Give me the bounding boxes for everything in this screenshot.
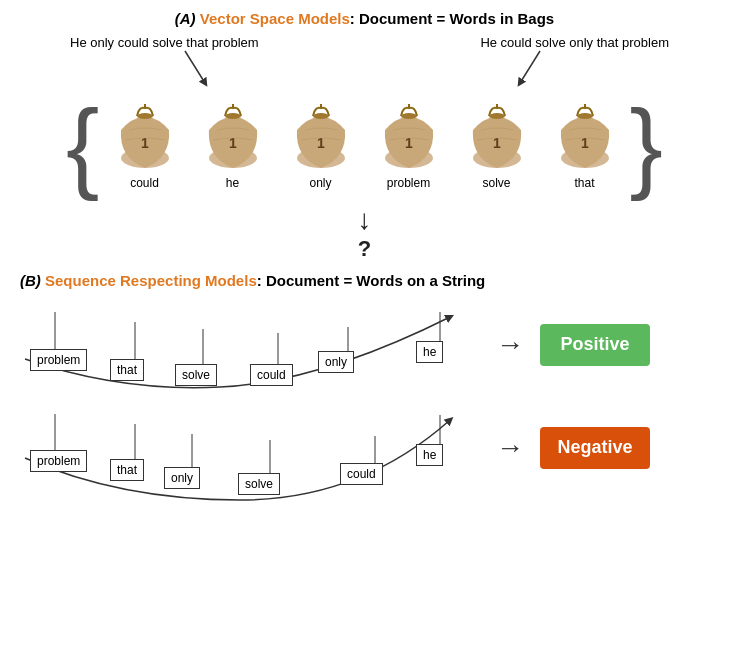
seq1-word-that: that	[110, 359, 144, 381]
section-a-highlight: Vector Space Models	[200, 10, 350, 27]
seq2-result-box: Negative	[540, 427, 650, 469]
section-a-title: (A) Vector Space Models: Document = Word…	[20, 10, 709, 27]
bag-solve: 1 solve	[457, 100, 537, 190]
bag-he: 1 he	[193, 100, 273, 190]
down-arrow-icon: ↓	[20, 204, 709, 236]
question-mark: ?	[358, 236, 371, 261]
svg-point-19	[489, 113, 505, 119]
seq1-result-box: Positive	[540, 324, 650, 366]
seq2-word-he: he	[416, 444, 443, 466]
annotations-area: He only could solve that problem He coul…	[50, 35, 679, 90]
seq1-word-he: he	[416, 341, 443, 363]
section-b-suffix: : Document = Words on a String	[257, 272, 486, 289]
seq1-word-only: only	[318, 351, 354, 373]
bags-wrapper: { 1 could	[30, 90, 699, 200]
seq-row-positive: problem that solve could only he → Posit…	[20, 297, 709, 392]
section-b-highlight: Sequence Respecting Models	[45, 272, 257, 289]
close-brace: }	[630, 95, 663, 195]
seq2-word-problem: problem	[30, 450, 87, 472]
svg-text:1: 1	[317, 135, 325, 151]
svg-text:1: 1	[493, 135, 501, 151]
seq1-word-problem: problem	[30, 349, 87, 371]
svg-text:1: 1	[581, 135, 589, 151]
bag-that: 1 that	[545, 100, 625, 190]
bag-problem-icon: 1	[373, 100, 445, 172]
section-b-title: (B) Sequence Respecting Models: Document…	[20, 272, 709, 289]
section-a-letter: (A)	[175, 10, 200, 27]
svg-point-7	[225, 113, 241, 119]
seq2-result-label: Negative	[557, 437, 632, 458]
seq-row-negative: problem that only solve could he → Negat…	[20, 400, 709, 495]
bag-solve-icon: 1	[461, 100, 533, 172]
seq2-word-only: only	[164, 467, 200, 489]
seq2-arrow: →	[480, 432, 540, 464]
section-b: (B) Sequence Respecting Models: Document…	[0, 264, 729, 495]
seq-diagram-negative: problem that only solve could he	[20, 400, 480, 495]
svg-text:1: 1	[405, 135, 413, 151]
svg-text:1: 1	[141, 135, 149, 151]
bag-problem: 1 problem	[369, 100, 449, 190]
svg-line-1	[520, 51, 540, 83]
seq2-word-that: that	[110, 459, 144, 481]
svg-point-3	[137, 113, 153, 119]
bag-only-label: only	[309, 176, 331, 190]
seq1-arrow: →	[480, 329, 540, 361]
bag-could-label: could	[130, 176, 159, 190]
bag-could: 1 could	[105, 100, 185, 190]
svg-point-11	[313, 113, 329, 119]
svg-point-23	[577, 113, 593, 119]
seq1-word-solve: solve	[175, 364, 217, 386]
bag-he-label: he	[226, 176, 239, 190]
seq1-word-could: could	[250, 364, 293, 386]
annotation-left: He only could solve that problem	[70, 35, 259, 50]
bag-solve-label: solve	[482, 176, 510, 190]
bags-row: 1 could 1 he	[100, 90, 630, 200]
svg-point-15	[401, 113, 417, 119]
bag-only: 1 only	[281, 100, 361, 190]
seq1-result-label: Positive	[560, 334, 629, 355]
svg-line-0	[185, 51, 205, 83]
seq2-word-could: could	[340, 463, 383, 485]
section-b-letter: (B)	[20, 272, 45, 289]
open-brace: {	[66, 95, 99, 195]
annotation-right: He could solve only that problem	[480, 35, 669, 50]
bag-he-icon: 1	[197, 100, 269, 172]
bag-could-icon: 1	[109, 100, 181, 172]
section-a: (A) Vector Space Models: Document = Word…	[0, 0, 729, 262]
svg-text:1: 1	[229, 135, 237, 151]
bag-problem-label: problem	[387, 176, 430, 190]
bag-only-icon: 1	[285, 100, 357, 172]
section-a-suffix: : Document = Words in Bags	[350, 10, 554, 27]
down-arrow-area: ↓ ?	[20, 204, 709, 262]
seq-diagram-positive: problem that solve could only he	[20, 297, 480, 392]
bag-that-label: that	[574, 176, 594, 190]
seq2-word-solve: solve	[238, 473, 280, 495]
bag-that-icon: 1	[549, 100, 621, 172]
